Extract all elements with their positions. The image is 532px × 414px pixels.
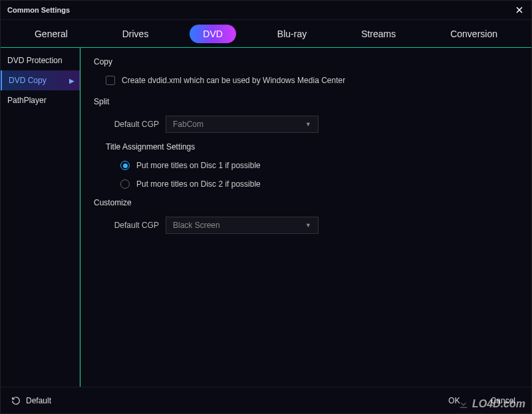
ok-button[interactable]: OK [443, 393, 465, 408]
tabbar: General Drives DVD Blu-ray Streams Conve… [1, 20, 531, 48]
customize-default-cgp-row: Default CGP Black Screen ▼ [106, 217, 518, 234]
radio-disc2[interactable] [120, 179, 130, 189]
settings-window: Common Settings General Drives DVD Blu-r… [0, 0, 532, 414]
section-split-title: Split [94, 97, 518, 106]
customize-default-cgp-value: Black Screen [173, 221, 220, 230]
sidebar-item-label: DVD Copy [9, 76, 47, 85]
copy-checkbox-row: Create dvdid.xml which can be used by Wi… [106, 76, 518, 85]
sidebar-item-pathplayer[interactable]: PathPlayer [1, 90, 80, 110]
customize-default-cgp-select[interactable]: Black Screen ▼ [166, 217, 319, 234]
tab-streams[interactable]: Streams [348, 25, 409, 43]
customize-default-cgp-label: Default CGP [106, 221, 166, 230]
radio-disc2-row: Put more titles on Disc 2 if possible [120, 179, 518, 189]
chevron-down-icon: ▼ [305, 121, 311, 128]
sidebar: DVD Protection DVD Copy ▶ PathPlayer [1, 48, 80, 387]
chevron-right-icon: ▶ [69, 77, 74, 84]
titlebar: Common Settings [1, 1, 531, 20]
tab-general[interactable]: General [21, 25, 81, 43]
split-default-cgp-select[interactable]: FabCom ▼ [166, 116, 319, 133]
split-default-cgp-row: Default CGP FabCom ▼ [106, 116, 518, 133]
radio-disc2-label: Put more titles on Disc 2 if possible [136, 179, 261, 189]
content-panel: Copy Create dvdid.xml which can be used … [80, 48, 531, 387]
section-customize-title: Customize [94, 198, 518, 207]
default-button-label: Default [26, 396, 51, 405]
close-icon [516, 7, 523, 13]
radio-disc1[interactable] [120, 161, 130, 170]
radio-dot-icon [123, 163, 128, 168]
footer-right: OK Cancel [443, 393, 521, 408]
sidebar-item-label: DVD Protection [7, 56, 63, 65]
body-area: DVD Protection DVD Copy ▶ PathPlayer Cop… [1, 48, 531, 387]
reset-icon [11, 396, 21, 405]
tab-drives[interactable]: Drives [109, 25, 162, 43]
tab-dvd[interactable]: DVD [190, 25, 236, 43]
close-button[interactable] [514, 5, 525, 15]
cancel-button[interactable]: Cancel [485, 393, 521, 408]
split-default-cgp-label: Default CGP [106, 120, 166, 129]
sidebar-item-dvd-copy[interactable]: DVD Copy ▶ [1, 70, 80, 90]
create-dvdid-checkbox[interactable] [106, 76, 115, 85]
chevron-down-icon: ▼ [305, 222, 311, 229]
tab-conversion[interactable]: Conversion [437, 25, 511, 43]
radio-disc1-label: Put more titles on Disc 1 if possible [136, 161, 261, 170]
tab-bluray[interactable]: Blu-ray [264, 25, 320, 43]
window-title: Common Settings [7, 6, 70, 14]
sidebar-item-dvd-protection[interactable]: DVD Protection [1, 51, 80, 70]
default-button[interactable]: Default [11, 396, 51, 405]
split-default-cgp-value: FabCom [173, 120, 203, 129]
section-copy-title: Copy [94, 57, 518, 66]
footer: Default OK Cancel [1, 387, 531, 413]
sidebar-item-label: PathPlayer [7, 96, 47, 105]
title-assignment-label: Title Assignment Settings [106, 142, 518, 152]
radio-disc1-row: Put more titles on Disc 1 if possible [120, 161, 518, 170]
create-dvdid-label: Create dvdid.xml which can be used by Wi… [122, 76, 345, 85]
